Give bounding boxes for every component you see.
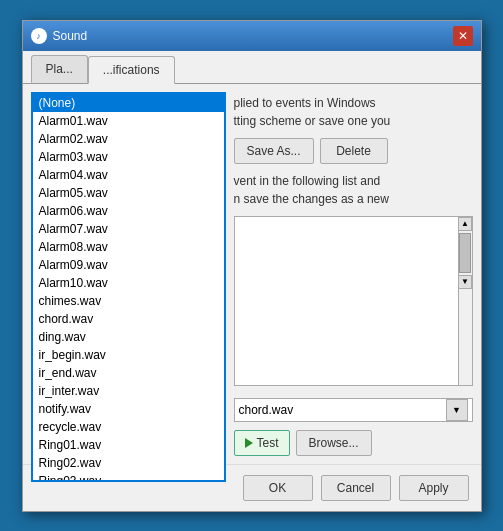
title-bar-title: ♪ Sound (31, 28, 88, 44)
sound-icon: ♪ (31, 28, 47, 44)
save-delete-row: Save As... Delete (234, 138, 473, 164)
title-bar: ♪ Sound ✕ (23, 21, 481, 51)
cancel-button[interactable]: Cancel (321, 475, 391, 501)
dropdown-item[interactable]: Alarm03.wav (33, 148, 224, 166)
dropdown-item[interactable]: ir_end.wav (33, 364, 224, 382)
dropdown-item[interactable]: ding.wav (33, 328, 224, 346)
delete-button[interactable]: Delete (320, 138, 388, 164)
sound-select-row: chord.wav ▼ (234, 398, 473, 422)
dropdown-item[interactable]: ir_begin.wav (33, 346, 224, 364)
dialog-content: Pla... ...ifications (None)Alarm01.wavAl… (23, 51, 481, 511)
test-label: Test (257, 436, 279, 450)
tab-bar: Pla... ...ifications (23, 51, 481, 84)
dropdown-item[interactable]: chord.wav (33, 310, 224, 328)
scheme-description: plied to events in Windows tting scheme … (234, 94, 473, 130)
dropdown-item[interactable]: chimes.wav (33, 292, 224, 310)
dropdown-item[interactable]: Alarm01.wav (33, 112, 224, 130)
test-button[interactable]: Test (234, 430, 290, 456)
tab-playback[interactable]: Pla... (31, 55, 88, 83)
dropdown-item[interactable]: Alarm04.wav (33, 166, 224, 184)
right-panel: plied to events in Windows tting scheme … (234, 92, 473, 456)
sound-list-container: (None)Alarm01.wavAlarm02.wavAlarm03.wavA… (31, 92, 226, 456)
browse-button[interactable]: Browse... (296, 430, 372, 456)
dropdown-item[interactable]: Ring03.wav (33, 472, 224, 482)
dropdown-item[interactable]: Alarm07.wav (33, 220, 224, 238)
selected-sound-value: chord.wav (239, 403, 446, 417)
events-scrollbar: ▲ ▼ (458, 217, 472, 385)
ok-button[interactable]: OK (243, 475, 313, 501)
test-browse-row: Test Browse... (234, 430, 473, 456)
dropdown-item[interactable]: Alarm10.wav (33, 274, 224, 292)
dropdown-item[interactable]: Alarm08.wav (33, 238, 224, 256)
scroll-up-arrow[interactable]: ▲ (458, 217, 472, 231)
sound-dropdown-arrow[interactable]: ▼ (446, 399, 468, 421)
dropdown-item[interactable]: Ring01.wav (33, 436, 224, 454)
apply-button[interactable]: Apply (399, 475, 469, 501)
sound-dropdown-list[interactable]: (None)Alarm01.wavAlarm02.wavAlarm03.wavA… (31, 92, 226, 482)
selected-sound-bar[interactable]: chord.wav ▼ (234, 398, 473, 422)
events-desc-line1: vent in the following list and (234, 174, 381, 188)
dropdown-item[interactable]: ir_inter.wav (33, 382, 224, 400)
events-list[interactable]: ▲ ▼ (234, 216, 473, 386)
dropdown-item[interactable]: Alarm09.wav (33, 256, 224, 274)
dialog-title: Sound (53, 29, 88, 43)
close-button[interactable]: ✕ (453, 26, 473, 46)
save-as-button[interactable]: Save As... (234, 138, 314, 164)
sound-dialog: ♪ Sound ✕ Pla... ...ifications (None)Ala… (22, 20, 482, 512)
dropdown-item[interactable]: recycle.wav (33, 418, 224, 436)
events-description: vent in the following list and n save th… (234, 172, 473, 208)
desc-line1: plied to events in Windows (234, 96, 376, 110)
dropdown-item[interactable]: notify.wav (33, 400, 224, 418)
dropdown-item[interactable]: (None) (33, 94, 224, 112)
dropdown-item[interactable]: Alarm02.wav (33, 130, 224, 148)
play-icon (245, 438, 253, 448)
dropdown-item[interactable]: Alarm05.wav (33, 184, 224, 202)
scroll-thumb (459, 233, 471, 273)
sound-select-wrapper: chord.wav ▼ (234, 398, 473, 422)
dropdown-item[interactable]: Ring02.wav (33, 454, 224, 472)
tab-notifications[interactable]: ...ifications (88, 56, 175, 84)
dropdown-item[interactable]: Alarm06.wav (33, 202, 224, 220)
scroll-down-arrow[interactable]: ▼ (458, 275, 472, 289)
desc-line2: tting scheme or save one you (234, 114, 391, 128)
events-desc-line2: n save the changes as a new (234, 192, 389, 206)
main-area: (None)Alarm01.wavAlarm02.wavAlarm03.wavA… (23, 84, 481, 464)
